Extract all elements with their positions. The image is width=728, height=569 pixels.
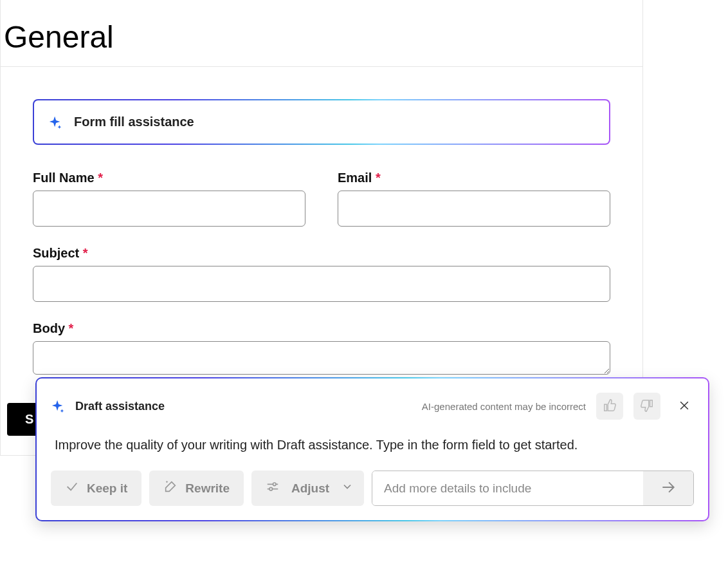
arrow-right-icon <box>660 479 677 498</box>
draft-assistance-popup: Draft assistance AI-generated content ma… <box>35 377 709 521</box>
form-fill-assistance-label: Form fill assistance <box>74 115 194 129</box>
ai-disclaimer: AI-generated content may be incorrect <box>422 401 586 412</box>
form-area: Form fill assistance Full Name * Email * <box>1 67 642 403</box>
details-input-wrap <box>372 471 694 506</box>
body-label-text: Body <box>33 321 65 335</box>
email-label: Email * <box>338 171 610 185</box>
close-icon <box>678 399 691 414</box>
thumbs-down-button[interactable] <box>633 393 660 420</box>
email-label-text: Email <box>338 171 372 185</box>
subject-input[interactable] <box>33 266 610 302</box>
details-input[interactable] <box>372 471 643 505</box>
body-label: Body * <box>33 321 610 336</box>
svg-point-1 <box>273 483 276 486</box>
thumbs-up-icon <box>603 398 617 415</box>
email-input[interactable] <box>338 191 610 227</box>
page-title: General <box>1 0 642 67</box>
rewrite-button[interactable]: Rewrite <box>149 471 244 506</box>
keep-it-label: Keep it <box>87 481 127 496</box>
thumbs-down-icon <box>640 398 654 415</box>
chevron-down-icon <box>341 480 354 496</box>
adjust-icon <box>266 480 280 497</box>
draft-body-text: Improve the quality of your writing with… <box>51 420 694 471</box>
adjust-button[interactable]: Adjust <box>251 471 364 506</box>
full-name-field-group: Full Name * <box>33 171 305 227</box>
full-name-input[interactable] <box>33 191 305 227</box>
required-marker: * <box>98 171 103 185</box>
close-button[interactable] <box>675 396 694 416</box>
required-marker: * <box>69 321 74 335</box>
sparkle-icon <box>48 115 62 129</box>
thumbs-up-button[interactable] <box>596 393 623 420</box>
sparkle-icon <box>51 399 65 413</box>
required-marker: * <box>376 171 381 185</box>
full-name-label: Full Name * <box>33 171 305 185</box>
draft-header: Draft assistance AI-generated content ma… <box>51 393 694 420</box>
svg-point-3 <box>269 487 273 490</box>
required-marker: * <box>83 246 88 260</box>
subject-label: Subject * <box>33 246 610 261</box>
send-button[interactable] <box>643 471 693 505</box>
rewrite-label: Rewrite <box>185 481 230 496</box>
body-textarea[interactable] <box>33 341 610 375</box>
draft-actions: Keep it Rewrite Adjust <box>51 471 694 506</box>
rewrite-icon <box>163 480 177 497</box>
body-field-group: Body * <box>33 321 610 377</box>
draft-assistance-title: Draft assistance <box>75 400 165 413</box>
check-icon <box>65 480 79 497</box>
full-name-label-text: Full Name <box>33 171 95 185</box>
adjust-label: Adjust <box>291 481 329 496</box>
subject-label-text: Subject <box>33 246 79 260</box>
form-fill-assistance-banner[interactable]: Form fill assistance <box>33 99 610 145</box>
keep-it-button[interactable]: Keep it <box>51 471 141 506</box>
subject-field-group: Subject * <box>33 246 610 302</box>
email-field-group: Email * <box>338 171 610 227</box>
